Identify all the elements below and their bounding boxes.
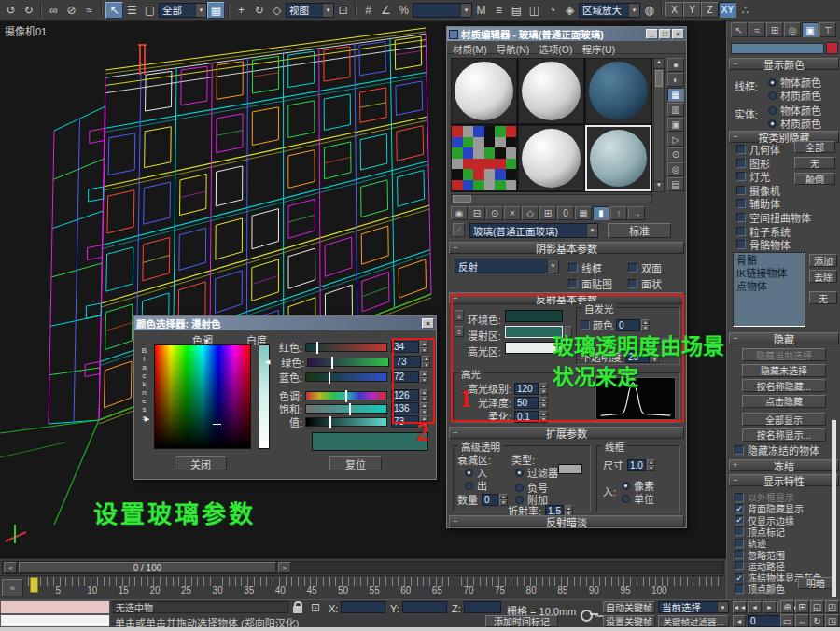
rollout-hide[interactable]: − 隐藏 (729, 332, 839, 344)
bone-object-listbox[interactable]: 骨骼IK链接物体点物体 (733, 252, 805, 327)
menu-item-1[interactable]: 导航(N) (497, 42, 530, 52)
go-to-start-button[interactable]: ◄◄ (733, 601, 747, 613)
rollout-shader-basic[interactable]: − 阴影基本参数 (449, 242, 684, 254)
bone-list-button-1[interactable]: 去除 (809, 270, 837, 283)
select-object-icon[interactable]: ↖ (105, 2, 123, 19)
align-icon[interactable]: ≡ (490, 2, 508, 19)
category-checkbox-5[interactable]: 空间扭曲物体 (736, 210, 811, 225)
close-button[interactable]: 关闭 (175, 456, 227, 470)
slider-value-field[interactable]: 136 (391, 402, 419, 414)
rollout-reflection-dimming[interactable]: − 反射暗淡 (449, 515, 684, 527)
utilities-tab[interactable]: ⊤ (819, 22, 836, 37)
slider-track[interactable] (305, 391, 387, 400)
menu-item-0[interactable]: 材质(M) (453, 42, 487, 52)
category-all-button[interactable]: 全部 (794, 141, 835, 153)
list-item[interactable]: IK链接物体 (736, 267, 802, 280)
reference-coordinate-dropdown[interactable]: 视图▼ (286, 3, 334, 18)
put-to-scene-icon[interactable]: ⊟ (469, 206, 485, 220)
shading-mode-dropdown[interactable]: 反射 ▼ (455, 259, 559, 273)
selection-set-dropdown[interactable]: 当前选择 ▼ (658, 601, 729, 613)
time-slider-thumb[interactable]: 0 / 100 (19, 562, 276, 573)
sample-slot-active[interactable] (585, 125, 651, 191)
spinner-arrows[interactable]: ▲▼ (422, 356, 430, 368)
material-editor-icon[interactable]: ◈ (561, 2, 579, 19)
make-preview-icon[interactable]: ▷ (667, 133, 684, 147)
play-button[interactable]: ► (763, 601, 777, 613)
material-name-dropdown[interactable]: 玻璃(普通正面玻璃) ▼ (469, 223, 598, 238)
put-to-library-icon[interactable]: ⊞ (539, 206, 556, 220)
specular-level-spinner[interactable]: 120▲▼ (514, 383, 548, 395)
slider-marker[interactable] (349, 403, 351, 415)
list-item[interactable]: 点物体 (736, 280, 802, 293)
slider-marker[interactable] (331, 357, 333, 369)
rollout-display-color[interactable]: − 显示颜色 (729, 58, 839, 70)
reset-map-icon[interactable]: × (504, 206, 521, 220)
make-unique-icon[interactable]: ◇ (522, 206, 539, 220)
slider-marker[interactable] (316, 342, 318, 354)
zoom-region-icon[interactable]: ▭ (780, 614, 794, 627)
auto-key-icon[interactable] (581, 609, 599, 620)
type-filter-radio[interactable]: 过滤器 (515, 465, 558, 480)
backlight-icon[interactable]: ◐ (667, 73, 684, 87)
redo-icon[interactable]: ↻ (20, 2, 37, 19)
select-by-name-icon[interactable]: ☰ (123, 2, 141, 19)
soften-spinner[interactable]: 0.1▲▼ (514, 411, 548, 423)
auto-key-button[interactable]: 自动关键帧 (603, 601, 655, 613)
arc-rotate-icon[interactable]: ↻ (810, 614, 824, 627)
category-checkbox-7[interactable]: 骨骼物体 (736, 237, 791, 252)
render-setup-icon[interactable]: ◍ (640, 2, 658, 19)
unhide-by-name-button[interactable]: 按名称显示... (742, 428, 826, 442)
rect-selection-region-icon[interactable]: ▢ (141, 2, 159, 19)
scroll-down-icon[interactable]: ▼ (654, 181, 664, 191)
material-map-navigator-icon[interactable]: ▤ (667, 177, 684, 191)
spinner-arrows[interactable]: ▲▼ (420, 402, 428, 414)
category-checkbox-2[interactable]: 灯光 (736, 169, 770, 184)
show-map-in-viewport-icon[interactable]: ▦ (575, 206, 592, 220)
list-item[interactable]: 骨骼 (736, 254, 802, 267)
display-tab[interactable]: ▣ (802, 22, 819, 37)
named-selection-sets-dropdown[interactable]: ▼ (413, 3, 472, 18)
sample-slot[interactable] (585, 58, 651, 124)
slider-marker[interactable] (345, 390, 347, 402)
layer-manager-icon[interactable]: ▤ (508, 2, 525, 19)
close-icon[interactable]: × (672, 29, 684, 39)
sample-horizontal-scrollbar[interactable] (451, 194, 652, 203)
spinner-arrows[interactable]: ▲▼ (420, 389, 428, 401)
hide-button-3[interactable]: 点击隐藏 (742, 395, 826, 408)
filter-color-swatch[interactable] (558, 464, 582, 474)
curve-editor-icon[interactable]: ◫ (525, 2, 543, 19)
category-checkbox-6[interactable]: 粒子系统 (736, 224, 791, 239)
slider-value-field[interactable]: 73 (391, 415, 419, 428)
slider-track[interactable] (305, 372, 387, 382)
scroll-up-icon[interactable]: ▲ (654, 59, 664, 69)
slider-marker[interactable] (329, 416, 331, 428)
select-link-icon[interactable]: ∞ (45, 2, 63, 19)
assign-to-selection-icon[interactable]: ⊙ (486, 206, 503, 220)
time-forward-icon[interactable]: > (278, 562, 291, 573)
go-forward-sibling-icon[interactable]: → (628, 206, 645, 220)
sample-slot[interactable] (451, 125, 517, 191)
object-color-swatch[interactable] (826, 42, 838, 54)
color-selector-titlebar[interactable]: 颜色选择器: 漫射色 × (134, 316, 436, 330)
bone-list-button-0[interactable]: 添加 (809, 254, 837, 267)
mirror-icon[interactable]: M (472, 2, 490, 19)
shader-check-1[interactable]: 双面 (628, 260, 662, 275)
track-bar[interactable]: ≈ 51015202530354045505560657075808590951… (0, 575, 726, 599)
object-name-bar[interactable] (731, 43, 824, 54)
bind-spacewarp-icon[interactable]: ≈ (80, 2, 98, 19)
rollout-extended[interactable]: − 扩展参数 (449, 427, 684, 439)
spinner-arrows[interactable]: ▲▼ (420, 371, 428, 383)
select-by-material-icon[interactable]: ◎ (667, 162, 684, 176)
y-coordinate-field[interactable] (402, 601, 447, 613)
lock-diffuse-specular-button[interactable]: c (455, 326, 464, 337)
show-end-result-icon[interactable]: ▮ (593, 206, 609, 220)
falloff-out-radio[interactable]: 出 (465, 478, 487, 493)
slider-track[interactable] (305, 343, 387, 352)
panel-scrollbar[interactable] (832, 420, 836, 597)
options-icon[interactable]: ⊙ (667, 147, 684, 161)
zoom-extents-icon[interactable]: ◱ (810, 600, 824, 613)
window-crossing-icon[interactable]: ▦ (207, 2, 225, 19)
amount-spinner[interactable]: 0▲▼ (482, 494, 508, 506)
go-to-parent-icon[interactable]: ↑ (610, 206, 627, 220)
hide-button-2[interactable]: 按名称隐藏... (742, 379, 826, 392)
